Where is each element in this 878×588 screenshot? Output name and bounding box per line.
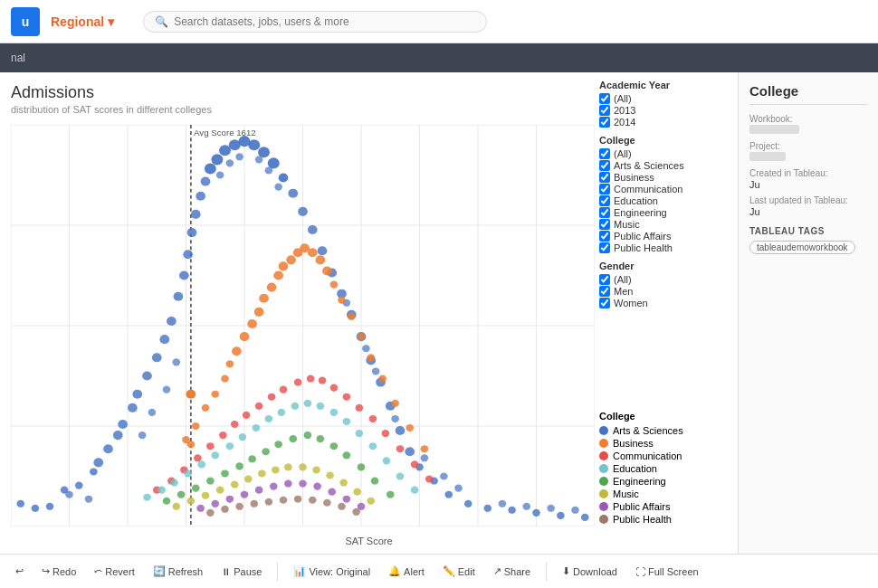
pause-button[interactable]: ⏸ Pause — [215, 564, 268, 580]
svg-point-171 — [192, 485, 200, 492]
created-value: Ju — [749, 179, 867, 190]
download-button[interactable]: ⬇ Download — [556, 563, 624, 580]
fullscreen-button[interactable]: ⛶ Full Screen — [629, 564, 705, 580]
svg-point-191 — [244, 475, 253, 482]
sidebar-title: College — [749, 83, 867, 105]
svg-point-120 — [378, 375, 387, 382]
svg-point-115 — [330, 281, 339, 289]
svg-point-67 — [483, 505, 491, 512]
svg-point-153 — [211, 451, 219, 459]
revert-button[interactable]: ⤺ Revert — [88, 563, 140, 580]
right-sidebar: College Workbook: Project: Created in Ta… — [738, 72, 878, 554]
svg-point-156 — [253, 424, 261, 432]
svg-point-52 — [308, 225, 318, 234]
svg-point-106 — [267, 283, 277, 292]
filters-panel: Academic Year (All) 2013 2014 College (A… — [599, 80, 730, 316]
redo-button[interactable]: ↪ Redo — [35, 563, 82, 580]
svg-point-90 — [454, 485, 463, 492]
svg-point-93 — [547, 505, 555, 512]
svg-point-77 — [172, 358, 180, 365]
svg-point-83 — [274, 184, 282, 191]
music-dot — [599, 489, 608, 498]
svg-point-174 — [235, 462, 243, 469]
svg-point-144 — [382, 430, 390, 437]
gender-filter-label: Gender — [599, 261, 730, 271]
filter-2013[interactable]: 2013 — [599, 105, 730, 116]
svg-point-91 — [499, 500, 507, 507]
search-input[interactable] — [174, 15, 475, 28]
legend-education: Education — [599, 463, 730, 474]
svg-point-24 — [93, 458, 103, 467]
header-text: nal — [11, 52, 25, 64]
svg-point-150 — [170, 479, 178, 487]
svg-point-28 — [128, 403, 138, 413]
svg-point-192 — [258, 469, 266, 477]
svg-point-178 — [289, 435, 297, 442]
svg-point-123 — [421, 445, 429, 452]
svg-point-25 — [103, 444, 113, 453]
tag-item[interactable]: tableaudemoworkbook — [749, 241, 855, 254]
svg-point-197 — [326, 471, 334, 479]
nav-regional[interactable]: Regional ▾ — [51, 14, 114, 29]
svg-point-75 — [148, 409, 157, 416]
legend-engineering: Engineering — [599, 476, 730, 487]
svg-point-160 — [304, 400, 312, 407]
alert-button[interactable]: 🔔 Alert — [382, 563, 431, 580]
view-button[interactable]: 📊 View: Original — [287, 563, 377, 580]
header-bar: nal — [0, 43, 878, 72]
svg-point-65 — [444, 491, 453, 498]
updated-row: Last updated in Tableau: Ju — [749, 195, 867, 217]
svg-point-32 — [159, 335, 169, 344]
svg-point-43 — [219, 145, 231, 156]
edit-button[interactable]: ✏️ Edit — [436, 563, 482, 580]
filter-2014[interactable]: 2014 — [599, 117, 730, 128]
svg-point-188 — [202, 492, 210, 499]
svg-point-215 — [235, 503, 243, 510]
top-nav: u Regional ▾ 🔍 — [0, 0, 878, 43]
svg-point-148 — [143, 494, 151, 501]
education-dot — [599, 464, 608, 473]
svg-point-202 — [211, 500, 219, 507]
svg-point-108 — [279, 261, 289, 270]
legend-public-affairs: Public Affairs — [599, 501, 730, 512]
svg-point-203 — [226, 496, 234, 503]
svg-point-50 — [288, 189, 298, 198]
undo-icon: ↩ — [15, 565, 24, 577]
svg-point-100 — [226, 360, 234, 367]
svg-point-187 — [187, 498, 196, 505]
refresh-button[interactable]: 🔄 Refresh — [147, 563, 210, 580]
filter-all-year[interactable]: (All) — [599, 93, 730, 104]
svg-point-30 — [142, 371, 152, 380]
svg-point-62 — [405, 447, 415, 456]
nav-search[interactable]: 🔍 — [143, 11, 487, 33]
share-button[interactable]: ↗ Share — [487, 563, 537, 580]
svg-point-182 — [343, 451, 351, 459]
undo-button[interactable]: ↩ — [9, 563, 30, 580]
svg-point-158 — [278, 409, 286, 416]
svg-point-42 — [211, 154, 223, 165]
svg-point-149 — [157, 487, 166, 494]
svg-point-35 — [179, 270, 189, 280]
svg-point-99 — [221, 375, 229, 382]
scatter-svg: Avg Score 1612 — [11, 125, 595, 526]
svg-point-159 — [291, 403, 300, 410]
svg-point-125 — [186, 390, 196, 399]
legend-business: Business — [599, 438, 730, 449]
svg-point-22 — [75, 482, 83, 489]
svg-point-180 — [317, 435, 325, 442]
business-dot — [599, 439, 608, 448]
svg-point-155 — [239, 433, 247, 441]
svg-point-69 — [532, 509, 540, 517]
svg-point-19 — [32, 505, 40, 512]
svg-point-170 — [177, 491, 186, 498]
svg-point-179 — [304, 432, 312, 439]
svg-point-70 — [557, 512, 565, 519]
svg-point-173 — [221, 469, 229, 477]
svg-point-196 — [312, 466, 320, 473]
svg-point-101 — [232, 346, 242, 356]
svg-point-142 — [356, 404, 364, 412]
communication-dot — [599, 451, 608, 460]
svg-point-92 — [522, 503, 530, 510]
svg-point-189 — [216, 487, 224, 494]
svg-point-40 — [201, 177, 211, 186]
